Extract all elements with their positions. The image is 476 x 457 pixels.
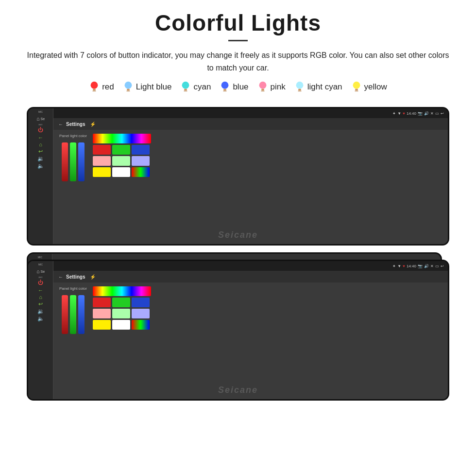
screen-content-bottom: ✦ ▼ ♥ 14:40 📷 🔊 ✕ ▭ ↩ ← [53,261,448,399]
lightcyan-bulb-icon [294,81,305,93]
svg-rect-4 [127,89,130,91]
top-screens-row: MIC ⌂Se RST ⏻ ← ⌂ ↩ 🔉 🔈 MIC [19,102,457,246]
mic-label-bottom: MIC [38,263,43,266]
slider-green-bottom[interactable] [70,295,76,334]
description-text: Integrated with 7 colors of button indic… [24,49,452,74]
settings-title-bottom: Settings [66,274,85,280]
home-nav-top[interactable]: ⌂ Se [36,115,45,123]
content-body-bottom: Panel light color [53,282,448,399]
slider-red-top[interactable] [62,142,68,181]
win-icon-top: ▭ [435,111,439,116]
slider-blue-bottom[interactable] [78,295,85,334]
cell-blue-top [132,145,150,155]
color-label-red: red [102,82,114,92]
color-grid-top [93,134,151,177]
pink-bulb-icon [257,81,268,93]
home-nav-bottom[interactable]: ⌂ Se [36,267,45,275]
svg-rect-7 [185,89,187,91]
home-icon-bottom: ⌂ [36,268,40,274]
back-icon-top[interactable]: ← [38,135,43,141]
home-icon2-bottom[interactable]: ⌂ [39,294,42,300]
color-label-lightcyan: light cyan [307,82,342,92]
settings-title-top: Settings [66,122,85,127]
color-item-lightcyan: light cyan [294,81,342,93]
svg-point-18 [353,82,360,89]
color-label-yellow: yellow [364,82,387,92]
cell-yellow-top [93,167,111,177]
cell-green-top [112,145,130,155]
return-icon-top[interactable]: ↩ [38,148,43,155]
cyan-bulb-icon [180,81,191,93]
back-icon-bottom[interactable]: ← [38,287,43,293]
svg-rect-1 [93,89,96,91]
bottom-screens-row: MIC ⌂ RST ⏻ ← ⌂ ↩ 🔉 🔈 MIC [19,252,457,401]
panel-light-section-bottom: Panel light color [59,286,87,334]
slider-green-top[interactable] [70,142,76,181]
home-icon2-top[interactable]: ⌂ [39,141,42,147]
rainbow-bar-top [93,134,151,143]
voldown-icon-top[interactable]: 🔈 [37,163,44,169]
color-label-pink: pink [271,82,286,92]
color-item-pink: pink [257,81,286,93]
rainbow-bar-bottom [93,286,151,296]
camera-icon-top: 📷 [418,111,423,116]
voldown-icon-bottom[interactable]: 🔈 [37,316,44,322]
wifi-icon-bottom: ▼ [397,264,401,268]
close-icon-bottom: ✕ [430,264,434,268]
svg-rect-8 [184,91,187,92]
sliders-bottom [62,293,85,334]
cell-mint-top [112,156,130,166]
svg-point-6 [182,82,189,89]
power-icon-top[interactable]: ⏻ [38,127,43,133]
color-row3-bottom [93,320,151,330]
back2-icon-top: ↩ [441,111,444,116]
nav-back-top[interactable]: ← [58,122,63,127]
color-item-yellow: yellow [351,81,387,93]
color-row3-top [93,167,151,177]
rst-label-top: RST [39,123,43,126]
top-nav-bar-top: ← Settings ⚡ [53,118,448,130]
return-icon-bottom[interactable]: ↩ [38,301,43,307]
svg-point-15 [296,82,303,89]
page-title: Colorful Lights [155,10,321,36]
status-time-top: 14:40 [407,111,416,116]
svg-point-9 [221,82,229,89]
svg-point-12 [259,82,266,89]
cell-white-bottom [112,320,130,330]
cell-lavender-bottom [132,309,150,318]
usb-icon-top: ⚡ [90,122,96,127]
camera-icon-bottom: 📷 [418,264,423,268]
status-bar-top: ✦ ▼ ♥ 14:40 📷 🔊 ✕ ▭ ↩ [53,108,448,118]
panel-light-section-top: Panel light color [59,134,87,181]
bt-icon-bottom: ✦ [392,264,396,268]
title-divider [228,40,248,41]
color-item-red: red [89,81,114,93]
nav-back-bottom[interactable]: ← [58,274,63,280]
svg-point-3 [124,82,132,89]
top-nav-bar-bottom: ← Settings ⚡ [53,271,448,282]
signal-icon-bottom: ♥ [403,264,405,268]
panel-label-bottom: Panel light color [59,286,87,291]
settings-short-top: Se [41,117,45,121]
rst-label-bottom: RST [39,276,43,279]
vol-icon-bottom: 🔊 [424,264,429,268]
slider-red-bottom[interactable] [62,295,68,334]
color-item-blue: blue [220,81,248,93]
usb-icon-bottom: ⚡ [90,274,96,280]
blue-bulb-icon [220,81,230,93]
svg-rect-14 [261,91,264,92]
mic-label-top: MIC [38,110,43,113]
slider-blue-top[interactable] [78,142,85,181]
cell-red-top [93,145,111,155]
main-screen-bottom: MIC ⌂ Se RST ⏻ ← ⌂ ↩ 🔉 🔈 [27,260,449,401]
volup-icon-bottom[interactable]: 🔉 [37,308,44,315]
cell-multi-bottom [132,320,150,330]
power-icon-bottom[interactable]: ⏻ [38,280,43,285]
cell-lavender-top [132,156,150,166]
svg-rect-10 [224,89,227,91]
color-label-cyan: cyan [193,82,211,92]
svg-rect-2 [92,91,96,92]
bt-icon-top: ✦ [392,111,396,116]
volup-icon-top[interactable]: 🔉 [37,156,44,162]
color-label-lightblue: Light blue [136,82,172,92]
